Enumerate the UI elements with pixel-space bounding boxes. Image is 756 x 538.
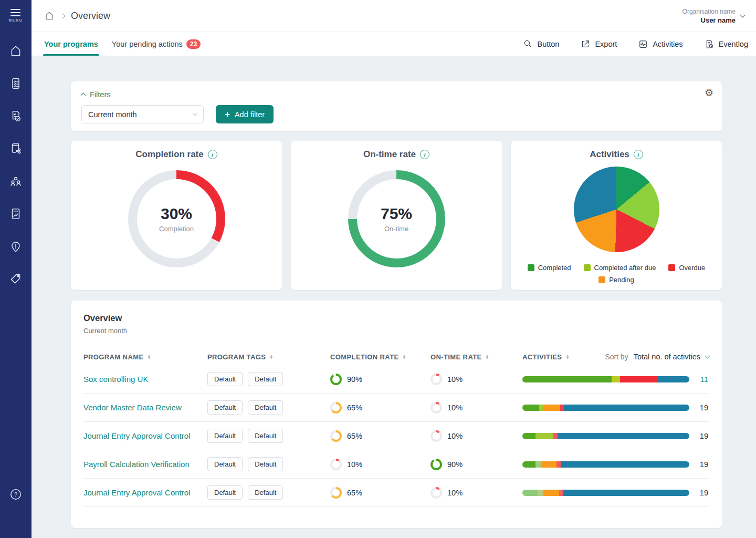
card-title: Completion rate: [135, 149, 203, 160]
page-title: Overview: [71, 11, 110, 22]
activities-stacked-bar: [522, 433, 689, 439]
legend-item: Completed: [528, 264, 571, 272]
activities-pie-chart: [574, 167, 659, 252]
menu-label: MENU: [8, 18, 23, 22]
sidebar-item-task-approval[interactable]: [9, 109, 23, 123]
table-header-row: Program name▲▼ Program tags▲▼ Completion…: [83, 348, 709, 365]
sort-by-dropdown[interactable]: Sort by Total no. of activties: [605, 353, 709, 361]
tag-chip: Default: [207, 485, 243, 500]
activities-stacked-bar: [522, 376, 689, 382]
toolbar-actions: Button Export Activities Eventlog: [523, 32, 749, 56]
table-row: Journal Entry Approval Control DefaultDe…: [83, 479, 709, 507]
pending-count-badge: 23: [186, 39, 201, 49]
sidebar-item-checklist[interactable]: [9, 77, 23, 90]
breadcrumb: Overview: [44, 11, 110, 22]
legend-item: Pending: [598, 276, 634, 284]
sidebar-item-users[interactable]: [9, 174, 23, 188]
tab-your-programs[interactable]: Your programs: [43, 32, 99, 56]
tag-icon: [9, 272, 23, 286]
ontime-mini-donut: [430, 430, 442, 442]
period-select[interactable]: Current month: [81, 105, 204, 123]
ontime-label: On-time: [384, 225, 408, 233]
program-name-link[interactable]: Journal Entry Approval Control: [83, 488, 207, 497]
hamburger-icon: [10, 9, 20, 16]
sidebar-item-library[interactable]: [9, 142, 23, 156]
info-icon[interactable]: i: [420, 150, 429, 159]
completion-mini-donut: [330, 459, 342, 470]
settings-gear-icon[interactable]: ⚙: [705, 88, 713, 98]
program-name-link[interactable]: Payroll Calculation Verification: [83, 460, 207, 469]
card-title: On-time rate: [363, 149, 416, 160]
legend-swatch: [598, 276, 605, 283]
export-button[interactable]: Export: [580, 39, 617, 49]
breadcrumb-separator-icon: [60, 13, 66, 18]
sort-icon: ▲▼: [565, 354, 569, 360]
activities-stacked-bar: [522, 405, 689, 411]
organisation-name: Organisation name: [682, 8, 736, 15]
pie-legend: Completed Completed after due Overdue Pe…: [528, 264, 706, 284]
program-name-link[interactable]: Vendor Master Data Review: [83, 403, 207, 412]
tag-chip: Default: [248, 429, 283, 443]
ontime-mini-donut: [430, 487, 442, 499]
chevron-down-icon: [740, 13, 746, 18]
completion-mini-donut: [330, 402, 342, 413]
legend-swatch: [584, 264, 591, 271]
table-subtitle: Current month: [83, 327, 709, 335]
program-name-link[interactable]: Sox controlling UK: [83, 375, 207, 384]
user-name: User name: [682, 16, 736, 24]
svg-text:?: ?: [14, 491, 17, 498]
alert-icon: [9, 240, 23, 253]
tab-your-pending-actions[interactable]: Your pending actions 23: [111, 32, 202, 56]
completion-value: 30%: [161, 205, 192, 223]
library-share-icon: [9, 142, 23, 156]
ontime-mini-donut: [430, 459, 442, 470]
report-icon: [9, 207, 23, 221]
sidebar-nav: [9, 44, 23, 286]
chevron-down-icon: [705, 354, 710, 359]
search-button[interactable]: Button: [523, 39, 560, 49]
tag-chip: Default: [248, 400, 283, 415]
table-row: Sox controlling UK DefaultDefault 90% 10…: [83, 365, 709, 394]
sidebar-item-home[interactable]: [9, 44, 23, 58]
sidebar-item-issues[interactable]: [9, 240, 23, 253]
completion-mini-donut: [330, 430, 342, 442]
eventlog-button[interactable]: Eventlog: [704, 39, 748, 49]
activities-total: 11: [695, 375, 708, 384]
activities-button[interactable]: Activities: [638, 39, 682, 49]
home-icon: [9, 44, 23, 58]
ontime-value: 75%: [381, 205, 412, 223]
sidebar-item-tags[interactable]: [9, 272, 23, 286]
completion-mini-donut: [330, 374, 342, 385]
sidebar-item-help[interactable]: ?: [9, 488, 23, 501]
info-icon[interactable]: i: [634, 150, 643, 159]
filters-panel: Filters ⚙ Current month + Add filter: [71, 81, 722, 131]
column-header-completion-rate[interactable]: Completion rate▲▼: [330, 353, 430, 361]
plus-icon: +: [225, 110, 230, 119]
add-filter-button[interactable]: + Add filter: [216, 105, 274, 123]
column-header-program-tags[interactable]: Program tags▲▼: [207, 353, 330, 361]
tabs: Your programs Your pending actions 23: [43, 32, 202, 56]
sidebar-item-reports[interactable]: [9, 207, 23, 221]
chevron-down-icon: [193, 111, 197, 116]
activities-total: 19: [695, 460, 708, 469]
top-header: Overview Organisation name User name: [32, 0, 756, 32]
legend-swatch: [668, 264, 675, 271]
filters-toggle[interactable]: Filters: [81, 90, 711, 99]
info-icon[interactable]: i: [208, 150, 217, 159]
activities-stacked-bar: [522, 490, 689, 496]
sort-icon: ▲▼: [486, 354, 489, 360]
account-menu[interactable]: Organisation name User name: [682, 8, 744, 24]
activities-stacked-bar: [522, 461, 689, 468]
tag-chip: Default: [207, 429, 243, 443]
ontime-mini-donut: [430, 374, 442, 385]
ontime-rate-card: On-time rate i 75% On-time: [291, 141, 502, 290]
eventlog-icon: [704, 39, 715, 49]
breadcrumb-home-icon[interactable]: [44, 11, 55, 21]
menu-button[interactable]: MENU: [8, 7, 23, 22]
tag-chip: Default: [248, 485, 283, 500]
column-header-program-name[interactable]: Program name▲▼: [83, 353, 207, 361]
program-name-link[interactable]: Journal Entry Approval Control: [83, 431, 207, 440]
sort-icon: ▲▼: [403, 354, 406, 360]
column-header-ontime-rate[interactable]: On-time rate▲▼: [430, 353, 522, 361]
tab-toolbar-bar: Your programs Your pending actions 23 Bu…: [32, 32, 756, 56]
